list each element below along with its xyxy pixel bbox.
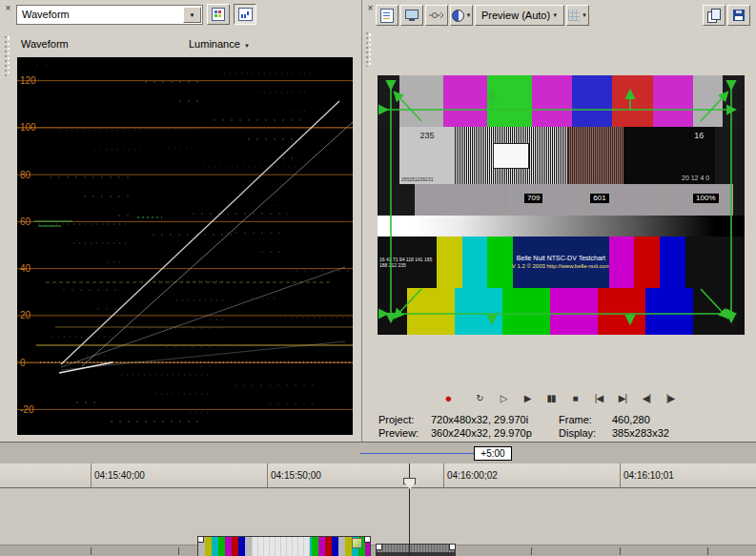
chevron-down-icon[interactable]: ▼	[183, 7, 201, 23]
copy-icon	[707, 9, 721, 22]
ruler-tick	[91, 463, 92, 487]
scope-scale-label: 40	[20, 263, 31, 274]
waveform-graph: 120100806040200-20	[17, 57, 353, 433]
transport-stop-button[interactable]: ■	[564, 389, 585, 406]
transport-play-button[interactable]: ▶	[517, 389, 538, 406]
update-scopes-button[interactable]	[234, 4, 256, 25]
settings-icon	[212, 8, 225, 21]
video-preview-display: 235 255251239231 16 20 12 4 0 709 601 10	[378, 75, 745, 335]
drag-offset-tooltip: +5:00	[474, 446, 512, 461]
ruler-timecode-label: 04:15:40;00	[94, 470, 145, 481]
chevron-down-icon: ▼	[582, 12, 587, 18]
video-preview-panel: × ▼ Preview (Auto) ▼ ▼	[362, 0, 756, 442]
scope-settings-button[interactable]	[207, 4, 230, 25]
ruler-timecode-label: 04:15:50;00	[271, 470, 321, 481]
external-monitor-button[interactable]	[400, 5, 423, 26]
ruler-timecode-label: 04:16:10;01	[623, 470, 674, 481]
scope-title: Waveform	[21, 38, 69, 50]
transport-go-to-start-button[interactable]: |◀	[588, 389, 609, 406]
drag-offset-line	[360, 453, 474, 454]
split-screen-view-button[interactable]: ▼	[450, 5, 473, 26]
ruler-timecode-label: 04:16:00;02	[447, 470, 498, 481]
scope-scale-label: 60	[20, 216, 31, 227]
transport-previous-frame-button[interactable]: ◀|	[636, 389, 657, 406]
preview-quality-dropdown[interactable]: Preview (Auto) ▼	[475, 5, 564, 26]
transport-record-button[interactable]: ●	[438, 389, 459, 406]
video-output-fx-button[interactable]	[425, 5, 448, 26]
scope-scale-label: 0	[20, 358, 26, 368]
chevron-down-icon: ▼	[466, 12, 472, 18]
frame-value: 460,280	[612, 414, 650, 425]
ruler-tick	[267, 463, 268, 487]
scroll-strip-tick	[531, 547, 532, 555]
trim-handle[interactable]	[364, 536, 371, 543]
transport-pause-button[interactable]: ▮▮	[541, 389, 562, 406]
scope-scale-label: 80	[20, 170, 31, 180]
project-properties-button[interactable]	[376, 5, 398, 26]
trim-handle[interactable]	[197, 536, 204, 543]
display-label: Display:	[559, 427, 596, 439]
scope-scale-label: 100	[20, 122, 36, 133]
scroll-strip-tick	[707, 547, 708, 555]
monitor-icon	[405, 10, 419, 21]
save-snapshot-button[interactable]	[727, 5, 750, 26]
chevron-down-icon: ▼	[552, 12, 558, 18]
ruler-tick	[443, 463, 444, 487]
save-icon	[733, 10, 745, 21]
panel-drag-grip[interactable]	[5, 36, 10, 76]
scope-scale-label: 120	[20, 75, 36, 86]
display-value: 385x283x32	[612, 427, 669, 439]
project-label: Project:	[378, 414, 414, 425]
plug-icon	[429, 10, 444, 20]
transport-play-from-start-button[interactable]: ▷	[493, 389, 514, 406]
preview-toolbar: ▼ Preview (Auto) ▼ ▼	[376, 3, 750, 28]
scroll-strip-tick	[91, 547, 92, 555]
waveform-scope-display: 120100806040200-20	[17, 57, 353, 435]
copy-snapshot-button[interactable]	[703, 5, 725, 26]
frame-label: Frame:	[559, 414, 592, 425]
split-screen-icon	[452, 10, 464, 22]
scope-type-value: Waveform	[17, 6, 202, 23]
clip-thumbnail	[252, 537, 310, 556]
video-scopes-panel: × Waveform ▼ Waveform Luminance ▼ 120100…	[0, 0, 362, 442]
timeline: +5:00 04:15:40;0004:15:50;0004:16:00;020…	[0, 442, 756, 556]
safe-area-overlay	[378, 75, 745, 335]
video-track[interactable]	[0, 488, 756, 546]
channel-value: Luminance	[189, 38, 240, 50]
scroll-strip-tick	[178, 547, 179, 555]
generated-media-icon[interactable]	[352, 538, 362, 548]
transport-go-to-end-button[interactable]: ▶|	[612, 389, 633, 406]
channel-dropdown[interactable]: Luminance ▼	[189, 38, 250, 50]
scope-scale-label: 20	[20, 310, 31, 320]
timeline-event-colorbars[interactable]	[197, 536, 371, 556]
timeline-event-testchart[interactable]	[376, 544, 456, 556]
scroll-strip-tick	[620, 547, 621, 555]
chevron-down-icon: ▼	[244, 43, 250, 49]
scope-type-dropdown[interactable]: Waveform ▼	[16, 5, 203, 25]
trim-handle[interactable]	[449, 544, 456, 550]
transport-next-frame-button[interactable]: |▶	[660, 389, 681, 406]
panel-drag-grip[interactable]	[366, 32, 372, 67]
project-value: 720x480x32, 29.970i	[431, 414, 528, 425]
trim-handle[interactable]	[376, 544, 382, 550]
transport-controls: ●↻▷▶▮▮■|◀▶|◀||▶	[362, 387, 756, 408]
preview-value: 360x240x32, 29.970p	[431, 427, 532, 439]
preview-quality-value: Preview (Auto)	[481, 10, 550, 21]
preview-label: Preview:	[378, 427, 419, 439]
overlays-button[interactable]: ▼	[566, 5, 589, 26]
time-ruler[interactable]: 04:15:40;0004:15:50;0004:16:00;0204:16:1…	[0, 463, 756, 488]
project-properties-icon	[380, 9, 394, 23]
edit-cursor-marker[interactable]	[403, 478, 416, 484]
scope-scale-label: -20	[20, 404, 34, 415]
grid-overlay-icon	[568, 10, 580, 21]
scopes-toolbar: Waveform ▼	[16, 4, 256, 25]
transport-loop-playback-button[interactable]: ↻	[469, 389, 490, 406]
histogram-icon	[238, 8, 253, 21]
close-icon[interactable]: ×	[2, 3, 14, 15]
clip-thumbnail	[377, 545, 455, 556]
ruler-tick	[620, 463, 621, 487]
